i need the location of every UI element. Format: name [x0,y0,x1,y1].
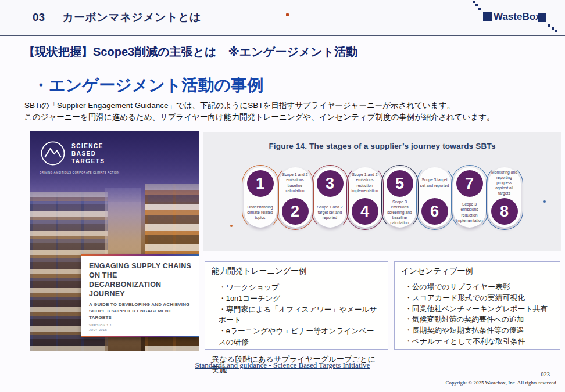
page-number: 023 [541,371,550,377]
source-link[interactable]: Standards and guidance - Science Based T… [195,361,370,369]
incentive-item: ・スコアカード形式での実績可視化 [405,293,553,304]
journey-stage-6: Scope 3 target set and reported 6 [419,167,451,228]
stage-label: Scope 3 emissions reduction implementati… [453,197,486,228]
training-item: ・1on1コーチング [219,293,381,304]
guide-date: JULY 2015 [89,328,191,332]
intro-line-1: SBTiの「Supplier Engagement Guidance」では、下記… [24,100,495,112]
figure-panel: Figure 14. The stages of a supplier’s jo… [203,132,561,251]
page-heading: ・エンゲージメント活動の事例 [33,74,263,96]
section-title: 【現状把握】Scope3削減の主張とは ※エンゲージメント活動 [23,44,357,60]
training-examples-box: 能力開発トレーニング一例 ・ワークショップ ・1on1コーチング ・専門家による… [205,261,388,350]
incentive-examples-box: インセンティブ一例 ・公の場でのサプライヤー表彰 ・スコアカード形式での実績可視… [394,261,560,350]
stage-number-badge: 1 [247,170,274,197]
stage-number-badge: 2 [282,198,309,225]
svg-text:WasteBox: WasteBox [494,11,541,22]
supplier-guidance-link[interactable]: Supplier Engagement Guidance [57,101,168,110]
incentive-item: ・ペナルティとして不利な取引条件 [405,336,553,347]
training-box-title: 能力開発トレーニング一例 [212,266,381,276]
stage-label: Scope 1 and 2 emissions baseline calcula… [279,167,312,198]
chapter-number: 03 [33,11,45,24]
training-item: ・専門家による「オフィスアワー」やメールサポート [219,304,381,326]
incentive-box-title: インセンティブ一例 [401,266,553,276]
stage-number-badge: 7 [456,170,483,197]
copyright-text: Copyright © 2025 Wastebox, Inc. All righ… [446,380,557,386]
incentive-item: ・同業他社ベンチマーキングレポート共有 [405,304,553,315]
figure-title: Figure 14. The stages of a supplier’s jo… [203,132,561,150]
stage-label: Scope 1 and 2 target set and reported [314,197,346,228]
source-link-row: Standards and guidance - Science Based T… [0,359,565,370]
stage-number-badge: 3 [317,170,344,197]
stage-label: Scope 3 target set and reported [419,167,451,198]
journey-stage-5: 5 Scope 3 emissions screening and baseli… [384,167,416,228]
sbti-guide-cover-image: SCIENCE BASED TARGETS DRIVING AMBITIOUS … [30,131,199,351]
training-item: ・eラーニングやウェビナー等オンラインベースの研修 [219,326,381,348]
guide-subtitle: A GUIDE TO DEVELOPING AND ACHIEVING SCOP… [89,302,191,321]
guide-title: ENGAGING SUPPLY CHAINS ON THE DECARBONIZ… [89,261,191,299]
incentive-item: ・長期契約や短期支払条件等の優遇 [405,325,553,336]
training-item: ・ワークショップ [219,282,381,293]
sbt-logo-text: SCIENCE BASED TARGETS [71,142,105,165]
slide: 03 カーボンマネジメントとは WasteBox 【現状把握】Scope3削減の… [0,0,565,392]
incentive-item: ・気候変動対策の契約要件への追加 [405,314,553,325]
incentive-item: ・公の場でのサプライヤー表彰 [405,282,553,293]
wastebox-logo: WasteBox [462,1,558,34]
science-based-targets-logo: SCIENCE BASED TARGETS [40,140,105,167]
journey-stage-1: 1 Understanding climate-related topics [244,167,277,228]
sbt-logo-tagline: DRIVING AMBITIOUS CORPORATE CLIMATE ACTI… [40,171,120,174]
chapter-title: カーボンマネジメントとは [62,10,201,25]
stage-label: Understanding climate-related topics [244,197,277,228]
stage-label: Scope 1 and 2 emissions reduction implem… [349,167,381,198]
recording-dot [286,13,289,16]
journey-stage-3: 3 Scope 1 and 2 target set and reported [314,167,346,228]
stage-number-badge: 4 [352,198,378,225]
journey-stage-7: 7 Scope 3 emissions reduction implementa… [453,167,486,228]
stage-label: Monitoring and reporting progress agains… [488,167,521,198]
journey-stage-2: Scope 1 and 2 emissions baseline calcula… [279,167,312,228]
wastebox-logo-icon: WasteBox [462,1,558,32]
guide-version: VERSION 1.1 [89,323,191,327]
journey-stage-8: Monitoring and reporting progress agains… [488,167,521,228]
guide-title-card: ENGAGING SUPPLY CHAINS ON THE DECARBONIZ… [81,254,199,337]
slide-header: 03 カーボンマネジメントとは WasteBox [0,0,565,36]
journey-stage-4: Scope 1 and 2 emissions reduction implem… [349,167,381,228]
stage-number-badge: 5 [387,170,413,197]
card-bottom-stripe [81,336,199,337]
sbt-mountain-icon [40,140,66,167]
stage-number-badge: 6 [421,198,448,225]
training-items: ・ワークショップ ・1on1コーチング ・専門家による「オフィスアワー」やメール… [212,282,381,348]
stage-number-badge: 8 [491,198,518,225]
incentive-items: ・公の場でのサプライヤー表彰 ・スコアカード形式での実績可視化 ・同業他社ベンチ… [401,282,553,347]
journey-stages: 1 Understanding climate-related topics S… [203,167,561,228]
intro-paragraph: SBTiの「Supplier Engagement Guidance」では、下記… [24,100,495,124]
intro-line-2: このジャーニーを円滑に進めるため、サプライヤー向け能力開発トレーニングや、インセ… [24,112,495,123]
stage-label: Scope 3 emissions screening and baseline… [384,197,416,228]
